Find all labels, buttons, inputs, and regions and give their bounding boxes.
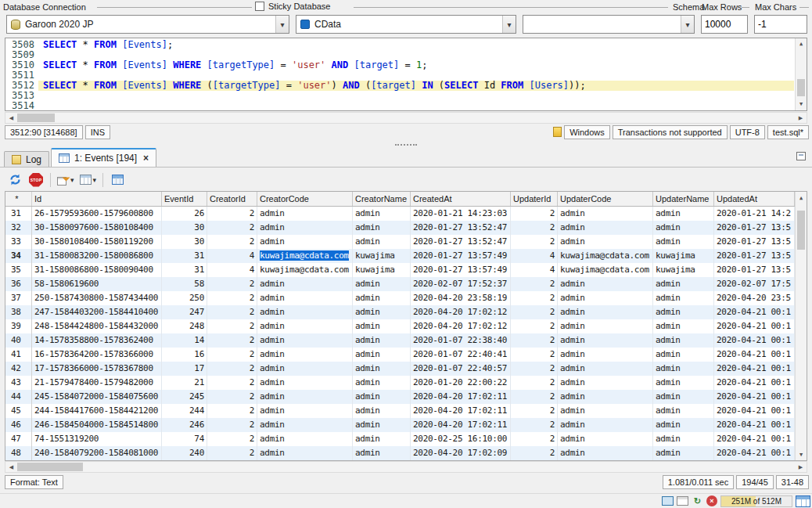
row-number[interactable]: 45 [5, 404, 32, 418]
grid-cell[interactable]: 2 [511, 207, 558, 221]
grid-cell[interactable]: 21-1579478400-1579482000 [32, 376, 162, 390]
grid-cell[interactable]: admin [653, 207, 714, 221]
grid-cell[interactable]: 4 [511, 263, 558, 277]
grid-cell[interactable]: 250 [162, 291, 207, 305]
grid-row[interactable]: 44245-1584072000-15840756002452adminadmi… [5, 390, 795, 404]
row-number[interactable]: 31 [5, 207, 32, 221]
editor-line[interactable]: 3509 [5, 50, 794, 60]
grid-cell[interactable]: 16 [162, 348, 207, 362]
grid-row[interactable]: 39248-1584424800-15844320002482adminadmi… [5, 319, 795, 333]
grid-cell[interactable]: 2020-04-20 23:5 [714, 291, 795, 305]
grid-cell[interactable]: 2 [207, 221, 257, 235]
scrollbar-thumb[interactable] [797, 211, 805, 250]
grid-cell[interactable]: 2020-01-20 22:00:22 [411, 376, 511, 390]
grid-cell[interactable]: kuwajima [653, 249, 714, 263]
grid-cell[interactable]: 58-1580619600 [32, 277, 162, 291]
grid-cell[interactable]: 4 [207, 249, 257, 263]
grid-cell[interactable]: kuwajima@cdata.com [257, 249, 353, 263]
grid-row[interactable]: 3431-1580083200-1580086800314kuwajima@cd… [5, 249, 795, 263]
max-chars-input[interactable] [754, 15, 807, 34]
grid-cell[interactable]: 2 [207, 390, 257, 404]
grid-cell[interactable]: 245 [162, 390, 207, 404]
grid-cell[interactable]: admin [353, 446, 411, 460]
row-number[interactable]: 48 [5, 446, 32, 460]
grid-cell[interactable]: admin [558, 207, 653, 221]
grid-cell[interactable]: 2 [511, 348, 558, 362]
grid-cell[interactable]: 250-1587430800-1587434400 [32, 291, 162, 305]
grid-cell[interactable]: 2020-01-27 13:52:47 [411, 221, 511, 235]
grid-cell[interactable]: 2020-04-21 00:1 [714, 333, 795, 348]
grid-cell[interactable]: admin [353, 418, 411, 432]
grid-cell[interactable]: 31-1580086800-1580090400 [32, 263, 162, 277]
grid-cell[interactable]: 246-1584504000-1584514800 [32, 418, 162, 432]
row-number[interactable]: 40 [5, 333, 32, 348]
grid-cell[interactable]: 2 [207, 376, 257, 390]
grid-cell[interactable]: admin [558, 432, 653, 446]
grid-cell[interactable]: 2020-04-21 00:1 [714, 362, 795, 376]
grid-cell[interactable]: 2020-01-07 22:40:57 [411, 362, 511, 376]
scroll-up-icon[interactable]: ▲ [796, 192, 807, 204]
editor-vertical-scrollbar[interactable]: ▲ ▼ [795, 38, 807, 110]
grid-cell[interactable]: admin [353, 376, 411, 390]
editor-line-text[interactable]: SELECT * FROM [Events] WHERE ([targetTyp… [38, 81, 794, 91]
grid-cell[interactable]: 2 [207, 291, 257, 305]
grid-cell[interactable]: 14-1578358800-1578362400 [32, 333, 162, 348]
sticky-database-checkbox[interactable]: Sticky Database [255, 2, 330, 11]
grid-cell[interactable]: 2 [207, 446, 257, 460]
disconnect-icon[interactable]: × [706, 495, 717, 506]
tab-result-events[interactable]: 1: Events [194] × [51, 148, 156, 167]
grid-cell[interactable]: 2020-04-21 00:1 [714, 432, 795, 446]
grid-cell[interactable]: admin [257, 277, 353, 291]
grid-cell[interactable]: 248 [162, 319, 207, 333]
grid-cell[interactable]: admin [558, 305, 653, 319]
grid-cell[interactable]: 2020-01-27 13:57:49 [411, 263, 511, 277]
row-number[interactable]: 44 [5, 390, 32, 404]
row-number[interactable]: 41 [5, 348, 32, 362]
grid-cell[interactable]: admin [257, 418, 353, 432]
grid-cell[interactable]: admin [257, 333, 353, 348]
grid-cell[interactable]: 2 [207, 305, 257, 319]
grid-row[interactable]: 38247-1584403200-15844104002472adminadmi… [5, 305, 795, 319]
grid-cell[interactable]: 2 [207, 362, 257, 376]
row-number[interactable]: 38 [5, 305, 32, 319]
column-header-updaterid[interactable]: UpdaterId [511, 192, 558, 206]
grid-cell[interactable]: 2020-04-21 00:1 [714, 418, 795, 432]
grid-cell[interactable]: admin [653, 319, 714, 333]
grid-row[interactable]: 3330-1580108400-1580119200302adminadmin2… [5, 235, 795, 249]
grid-cell[interactable]: 2 [511, 418, 558, 432]
chevron-down-icon[interactable]: ▾ [502, 16, 516, 33]
export-button[interactable]: ▾ [56, 171, 76, 189]
grid-cell[interactable]: 2 [511, 221, 558, 235]
grid-cell[interactable]: admin [257, 291, 353, 305]
encoding-indicator[interactable]: UTF-8 [730, 125, 765, 139]
grid-cell[interactable]: 2020-02-07 17:5 [714, 277, 795, 291]
grid-cell[interactable]: admin [257, 390, 353, 404]
grid-cell[interactable]: admin [257, 221, 353, 235]
grid-cell[interactable]: 2020-04-21 00:1 [714, 404, 795, 418]
editor-line[interactable]: 3513 [5, 91, 794, 101]
grid-cell[interactable]: admin [257, 432, 353, 446]
grid-row[interactable]: 4774-1551319200742adminadmin2020-02-25 1… [5, 432, 795, 446]
grid-cell[interactable]: admin [353, 362, 411, 376]
grid-cell[interactable]: 2020-04-20 17:02:09 [411, 446, 511, 460]
grid-cell[interactable]: 244 [162, 404, 207, 418]
grid-cell[interactable]: admin [653, 305, 714, 319]
transaction-state-indicator[interactable]: Transactions not supported [613, 125, 728, 139]
editor-line-text[interactable] [38, 70, 794, 81]
grid-cell[interactable]: admin [558, 348, 653, 362]
grid-cell[interactable]: kuwajima [353, 249, 411, 263]
editor-line-text[interactable] [38, 50, 794, 60]
grid-cell[interactable]: 58 [162, 277, 207, 291]
grid-cell[interactable]: 2020-01-27 13:52:47 [411, 235, 511, 249]
grid-cell[interactable]: admin [353, 305, 411, 319]
grid-cell[interactable]: admin [558, 418, 653, 432]
editor-line-text[interactable] [38, 101, 794, 111]
grid-cell[interactable]: admin [653, 376, 714, 390]
database-connection-combobox[interactable]: Garoon 2020 JP ▾ [6, 15, 289, 34]
grid-cell[interactable]: admin [653, 235, 714, 249]
grid-cell[interactable]: admin [558, 319, 653, 333]
grid-cell[interactable]: admin [653, 390, 714, 404]
grid-cell[interactable]: 2020-04-21 00:1 [714, 376, 795, 390]
grid-cell[interactable]: 2 [207, 235, 257, 249]
column-header-creatorname[interactable]: CreatorName [353, 192, 411, 206]
